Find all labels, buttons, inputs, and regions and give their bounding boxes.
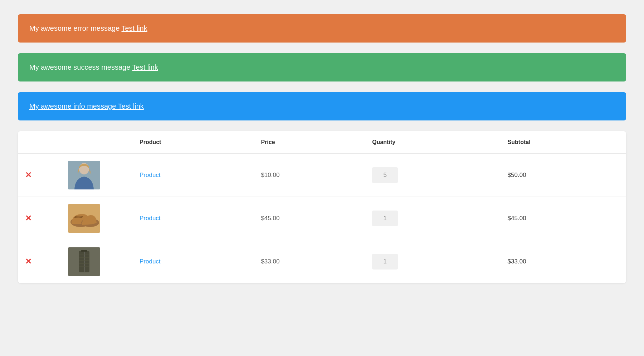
success-alert-link[interactable]: Test link [132,63,158,71]
info-alert-link[interactable]: My awesome info message Test link [29,102,144,110]
error-alert: My awesome error message Test link [18,14,626,43]
remove-button[interactable]: ✕ [25,170,31,179]
product-link[interactable]: Product [140,258,161,265]
price-cell: $45.00 [254,197,365,240]
error-alert-link[interactable]: Test link [122,24,147,32]
quantity-cell: 1 [365,197,500,240]
cart-table-card: Product Price Quantity Subtotal ✕ [18,131,626,283]
svg-rect-10 [79,257,89,258]
quantity-input[interactable]: 5 [372,167,398,183]
col-header-subtotal: Subtotal [501,131,626,154]
image-cell [61,197,132,240]
svg-rect-11 [79,260,89,261]
remove-cell: ✕ [18,240,61,283]
quantity-input[interactable]: 1 [372,211,398,226]
col-header-price: Price [254,131,365,154]
error-alert-text: My awesome error message [29,24,122,32]
svg-rect-13 [79,266,89,267]
col-header-quantity: Quantity [365,131,500,154]
price-cell: $33.00 [254,240,365,283]
table-row: ✕ [18,154,626,197]
cart-table: Product Price Quantity Subtotal ✕ [18,131,626,283]
price-cell: $10.00 [254,154,365,197]
quantity-cell: 5 [365,154,500,197]
product-image [68,204,100,233]
col-header-remove [18,131,61,154]
remove-cell: ✕ [18,154,61,197]
success-alert: My awesome success message Test link [18,53,626,81]
svg-rect-9 [79,254,89,255]
table-header-row: Product Price Quantity Subtotal [18,131,626,154]
table-row: ✕ [18,197,626,240]
quantity-cell: 1 [365,240,500,283]
product-image [68,247,100,276]
product-link[interactable]: Product [140,215,161,222]
subtotal-cell: $50.00 [501,154,626,197]
col-header-product: Product [132,131,254,154]
subtotal-cell: $33.00 [501,240,626,283]
image-cell [61,240,132,283]
col-header-image [61,131,132,154]
product-image [68,161,100,189]
image-cell [61,154,132,197]
product-cell: Product [132,197,254,240]
info-alert: My awesome info message Test link [18,92,626,120]
subtotal-cell: $45.00 [501,197,626,240]
success-alert-text: My awesome success message [29,63,132,71]
remove-cell: ✕ [18,197,61,240]
quantity-input[interactable]: 1 [372,254,398,270]
product-cell: Product [132,240,254,283]
product-link[interactable]: Product [140,172,161,178]
product-cell: Product [132,154,254,197]
svg-rect-7 [81,250,87,252]
remove-button[interactable]: ✕ [25,257,31,266]
table-row: ✕ [18,240,626,283]
remove-button[interactable]: ✕ [25,214,31,223]
svg-rect-12 [79,263,89,264]
